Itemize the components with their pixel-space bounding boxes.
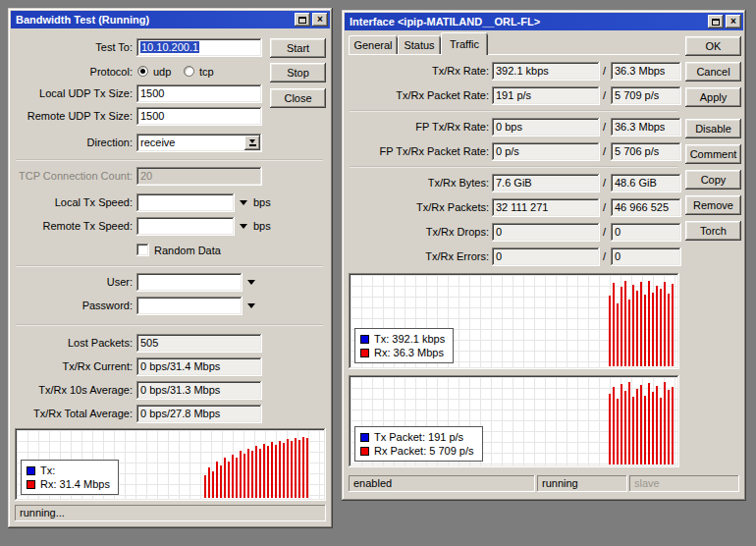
bandwidth-chart: Tx: Rx: 31.4 Mbps	[15, 428, 326, 501]
txrx-packet-rate-rx: 5 709 p/s	[611, 86, 681, 105]
user-label: User:	[10, 276, 133, 288]
remove-button[interactable]: Remove	[685, 195, 741, 215]
ok-button[interactable]: OK	[685, 36, 741, 56]
txrx-bytes-label: Tx/Rx Bytes:	[344, 177, 489, 189]
apply-button[interactable]: Apply	[685, 87, 741, 107]
random-data-checkbox[interactable]	[136, 244, 149, 256]
slash-separator: /	[603, 145, 606, 157]
user-input[interactable]	[136, 273, 243, 292]
remote-udp-size-input[interactable]: 1500	[136, 107, 262, 126]
tab-status[interactable]: Status	[398, 35, 441, 54]
maximize-icon	[712, 19, 720, 26]
rx-legend-swatch	[27, 480, 35, 489]
user-combo-icon[interactable]	[247, 280, 255, 285]
status-running: running	[537, 475, 627, 492]
local-tx-speed-unit: bps	[253, 196, 271, 208]
separator	[16, 159, 323, 161]
txrx-drops-tx: 0	[492, 223, 600, 242]
maximize-button[interactable]	[708, 15, 724, 28]
cancel-button[interactable]: Cancel	[685, 62, 741, 82]
window-title: Interface <ipip-MATILAND__ORL-FL>	[350, 16, 706, 27]
txrx-errors-tx: 0	[492, 247, 600, 266]
radio-tcp-label: tcp	[199, 66, 214, 78]
rate-bars	[607, 276, 674, 366]
fp-txrx-packet-rate-label: FP Tx/Rx Packet Rate:	[344, 145, 489, 157]
close-window-button[interactable]: Close	[270, 88, 326, 108]
desktop: { "colors": { "titlebar": "#2140bd", "se…	[0, 0, 756, 546]
remote-tx-speed-combo-icon[interactable]	[240, 224, 247, 229]
lost-packets-value: 505	[136, 334, 262, 353]
direction-value: receive	[140, 136, 175, 148]
local-udp-size-input[interactable]: 1500	[136, 84, 262, 103]
fp-txrx-rate-label: FP Tx/Rx Rate:	[344, 121, 489, 133]
close-icon: ×	[730, 17, 736, 27]
lost-packets-label: Lost Packets:	[10, 337, 133, 349]
tcp-connection-count-input: 20	[136, 167, 262, 186]
random-data-label: Random Data	[154, 245, 221, 256]
local-udp-size-label: Local UDP Tx Size:	[10, 87, 133, 99]
txrx-total-average-value: 0 bps/27.8 Mbps	[136, 405, 262, 423]
interface-titlebar[interactable]: Interface <ipip-MATILAND__ORL-FL> ×	[345, 13, 743, 30]
rx-legend-swatch	[360, 349, 369, 357]
dropdown-bar-icon	[249, 144, 256, 146]
stop-button[interactable]: Stop	[270, 63, 326, 82]
direction-label: Direction:	[10, 136, 133, 148]
radio-udp-label: udp	[153, 66, 171, 78]
packet-chart: Tx Packet: 191 p/s Rx Packet: 5 709 p/s	[349, 375, 679, 467]
test-to-input[interactable]: 10.10.200.1	[136, 38, 262, 57]
close-button[interactable]: ×	[726, 15, 741, 28]
tab-panel-edge	[349, 54, 679, 55]
tcp-connection-count-label: TCP Connection Count:	[10, 170, 133, 182]
interface-window: Interface <ipip-MATILAND__ORL-FL> × Gene…	[342, 10, 746, 501]
protocol-label: Protocol:	[10, 66, 133, 78]
separator	[16, 265, 323, 267]
maximize-button[interactable]	[295, 13, 310, 27]
bandwidth-test-titlebar[interactable]: Bandwidth Test (Running) ×	[11, 11, 330, 28]
remote-tx-speed-input[interactable]	[136, 217, 235, 236]
comment-button[interactable]: Comment	[685, 144, 741, 164]
close-button[interactable]: ×	[312, 13, 328, 27]
tab-general[interactable]: General	[349, 35, 398, 54]
tx-legend-swatch	[360, 335, 369, 344]
maximize-icon	[298, 17, 306, 24]
chevron-down-icon	[249, 139, 255, 143]
txrx-bytes-tx: 7.6 GiB	[492, 174, 600, 192]
separator	[350, 110, 677, 112]
txrx-errors-rx: 0	[611, 247, 681, 266]
remote-udp-size-label: Remote UDP Tx Size:	[10, 110, 133, 122]
fp-txrx-rate-rx: 36.3 Mbps	[611, 118, 681, 136]
local-tx-speed-label: Local Tx Speed:	[10, 196, 133, 208]
local-tx-speed-input[interactable]	[136, 193, 235, 212]
torch-button[interactable]: Torch	[685, 221, 741, 241]
slash-separator: /	[603, 177, 606, 189]
txrx-errors-label: Tx/Rx Errors:	[344, 250, 489, 262]
start-button[interactable]: Start	[270, 38, 326, 58]
bandwidth-test-window: Bandwidth Test (Running) × Test To: 10.1…	[8, 8, 333, 528]
disable-button[interactable]: Disable	[685, 119, 741, 138]
txrx-total-average-label: Tx/Rx Total Average:	[10, 408, 133, 419]
radio-udp[interactable]	[137, 66, 148, 77]
txrx-current-label: Tx/Rx Current:	[10, 360, 133, 372]
password-combo-icon[interactable]	[247, 303, 255, 308]
local-tx-speed-combo-icon[interactable]	[240, 200, 247, 205]
tx-legend-label: Tx Packet: 191 p/s	[374, 431, 463, 443]
txrx-10s-average-label: Tx/Rx 10s Average:	[10, 384, 133, 396]
password-input[interactable]	[136, 297, 243, 315]
separator	[350, 166, 677, 168]
tab-traffic[interactable]: Traffic	[441, 32, 488, 55]
remote-tx-speed-label: Remote Tx Speed:	[10, 220, 133, 232]
direction-dropdown-button[interactable]	[244, 136, 260, 150]
slash-separator: /	[603, 201, 606, 213]
txrx-packets-rx: 46 966 525	[611, 198, 681, 217]
bandwidth-chart-legend: Tx: Rx: 31.4 Mbps	[21, 460, 119, 495]
txrx-bytes-rx: 48.6 GiB	[611, 174, 681, 192]
radio-tcp[interactable]	[184, 66, 194, 77]
test-to-label: Test To:	[10, 41, 133, 53]
txrx-current-value: 0 bps/31.4 Mbps	[136, 357, 262, 376]
tx-legend-label: Tx:	[40, 464, 55, 476]
txrx-rate-tx: 392.1 kbps	[492, 62, 600, 81]
copy-button[interactable]: Copy	[685, 170, 741, 190]
fp-txrx-packet-rate-tx: 0 p/s	[492, 142, 600, 161]
direction-dropdown[interactable]: receive	[136, 134, 262, 152]
remote-tx-speed-unit: bps	[253, 220, 271, 232]
